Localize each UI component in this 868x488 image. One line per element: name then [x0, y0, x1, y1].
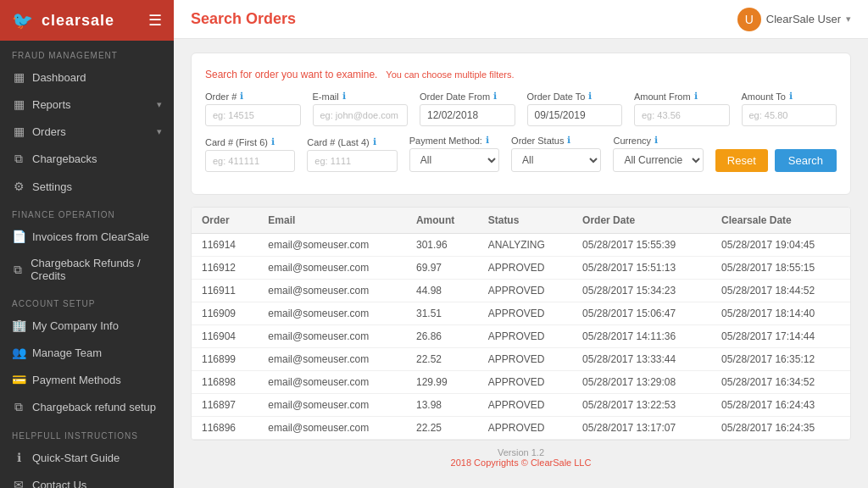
order-status-label: Order Status ℹ: [511, 135, 601, 146]
cell-email: email@someuser.com: [258, 257, 406, 280]
sidebar-item-chargeback-refunds[interactable]: ⧉ Chargeback Refunds / Credits: [0, 250, 174, 289]
table-row: 116904 email@someuser.com 26.86 APPROVED…: [192, 325, 850, 348]
payment-method-select[interactable]: All: [409, 148, 499, 172]
info-icon[interactable]: ℹ: [486, 135, 489, 146]
cell-email: email@someuser.com: [258, 325, 406, 348]
sidebar-item-invoices[interactable]: 📄 Invoices from ClearSale: [0, 223, 174, 250]
filter-date-from: Order Date From ℹ: [420, 91, 515, 126]
cell-order[interactable]: 116911: [192, 280, 258, 302]
filter-amount-to: Amount To ℹ: [742, 91, 837, 126]
chevron-down-icon: ▾: [157, 99, 162, 110]
amount-to-input[interactable]: [742, 104, 837, 126]
sidebar-item-reports[interactable]: ▦ Reports ▾: [0, 91, 174, 118]
cell-order-date: 05/28/2017 15:55:39: [572, 234, 711, 257]
card-last4-input[interactable]: [307, 150, 397, 172]
cell-status: APPROVED: [478, 257, 572, 280]
cell-status: APPROVED: [478, 348, 572, 371]
sidebar-item-label: Invoices from ClearSale: [32, 230, 149, 243]
user-menu[interactable]: U ClearSale User ▾: [737, 8, 851, 31]
cell-order[interactable]: 116912: [192, 257, 258, 280]
info-icon[interactable]: ℹ: [694, 91, 698, 102]
sidebar-item-orders[interactable]: ▦ Orders ▾: [0, 118, 174, 145]
info-icon[interactable]: ℹ: [588, 91, 592, 102]
cell-amount: 129.99: [406, 371, 478, 394]
cell-amount: 26.86: [406, 325, 478, 348]
cell-clearsale-date[interactable]: 05/28/2017 16:34:52: [711, 371, 850, 394]
sidebar-item-chargeback-setup[interactable]: ⧉ Chargeback refund setup: [0, 393, 174, 421]
cell-status: APPROVED: [478, 394, 572, 417]
cell-order[interactable]: 116896: [192, 417, 258, 440]
info-icon[interactable]: ℹ: [654, 135, 658, 146]
info-icon[interactable]: ℹ: [373, 136, 376, 147]
sidebar-item-label: Manage Team: [32, 347, 102, 359]
search-panel: Search for order you want to examine. Yo…: [191, 53, 851, 195]
table-row: 116914 email@someuser.com 301.96 ANALYZI…: [192, 234, 850, 257]
email-label: E-mail ℹ: [313, 91, 409, 102]
card-first6-label: Card # (First 6) ℹ: [205, 136, 295, 147]
col-amount: Amount: [406, 208, 478, 234]
topbar: Search Orders U ClearSale User ▾: [174, 0, 868, 39]
sidebar-item-label: Payment Methods: [32, 374, 121, 386]
cell-order[interactable]: 116898: [192, 371, 258, 394]
cell-clearsale-date[interactable]: 05/28/2017 19:04:45: [711, 234, 850, 257]
cell-clearsale-date[interactable]: 05/28/2017 17:14:44: [711, 325, 850, 348]
sidebar: 🐦 clearsale ☰ FRAUD MANAGEMENT ▦ Dashboa…: [0, 0, 174, 488]
cell-clearsale-date[interactable]: 05/28/2017 16:24:35: [711, 417, 850, 440]
search-button[interactable]: Search: [775, 149, 837, 172]
sidebar-item-manage-team[interactable]: 👥 Manage Team: [0, 339, 174, 366]
sidebar-item-company-info[interactable]: 🏢 My Company Info: [0, 312, 174, 339]
cell-order-date: 05/28/2017 14:11:36: [572, 325, 711, 348]
info-icon[interactable]: ℹ: [240, 91, 243, 102]
cell-order-date: 05/28/2017 15:51:13: [572, 257, 711, 280]
amount-from-input[interactable]: [634, 104, 730, 126]
chevron-down-icon: ▾: [157, 126, 162, 137]
cell-clearsale-date[interactable]: 05/28/2017 18:55:15: [711, 257, 850, 280]
reset-button[interactable]: Reset: [715, 149, 768, 172]
cell-email: email@someuser.com: [258, 371, 406, 394]
order-number-input[interactable]: [205, 104, 301, 126]
filter-email: E-mail ℹ: [313, 91, 409, 126]
table-row: 116912 email@someuser.com 69.97 APPROVED…: [192, 257, 850, 280]
sidebar-item-chargebacks[interactable]: ⧉ Chargebacks: [0, 145, 174, 173]
sidebar-item-dashboard[interactable]: ▦ Dashboard: [0, 64, 174, 91]
email-input[interactable]: [313, 104, 409, 126]
cell-order[interactable]: 116914: [192, 234, 258, 257]
table-header-row: Order Email Amount Status Order Date Cle…: [192, 208, 850, 234]
cell-clearsale-date[interactable]: 05/28/2017 18:44:52: [711, 280, 850, 302]
sidebar-item-quickstart[interactable]: ℹ Quick-Start Guide: [0, 444, 174, 471]
date-from-input[interactable]: [420, 104, 515, 126]
cell-amount: 22.25: [406, 417, 478, 440]
reports-icon: ▦: [12, 97, 25, 111]
filter-order-number: Order # ℹ: [205, 91, 301, 126]
order-status-select[interactable]: All: [511, 148, 601, 172]
sidebar-logo-text: clearsale: [42, 12, 114, 30]
date-to-input[interactable]: [527, 104, 623, 126]
team-icon: 👥: [12, 346, 25, 359]
cell-order[interactable]: 116904: [192, 325, 258, 348]
orders-icon: ▦: [12, 125, 25, 138]
cell-clearsale-date[interactable]: 05/28/2017 16:24:43: [711, 394, 850, 417]
info-icon[interactable]: ℹ: [567, 135, 570, 146]
card-first6-input[interactable]: [205, 150, 295, 172]
cell-clearsale-date[interactable]: 05/28/2017 16:35:12: [711, 348, 850, 371]
info-icon[interactable]: ℹ: [342, 91, 346, 102]
currency-select[interactable]: All Currencies: [613, 148, 703, 172]
sidebar-item-contact-us[interactable]: ✉ Contact Us: [0, 471, 174, 488]
sidebar-item-payment-methods[interactable]: 💳 Payment Methods: [0, 366, 174, 393]
sidebar-item-settings[interactable]: ⚙ Settings: [0, 173, 174, 200]
cell-amount: 69.97: [406, 257, 478, 280]
info-icon[interactable]: ℹ: [493, 91, 497, 102]
cell-order[interactable]: 116909: [192, 302, 258, 325]
cell-order-date: 05/28/2017 15:06:47: [572, 302, 711, 325]
settings-icon: ⚙: [12, 180, 25, 193]
cell-email: email@someuser.com: [258, 302, 406, 325]
info-icon[interactable]: ℹ: [271, 136, 275, 147]
cell-order[interactable]: 116897: [192, 394, 258, 417]
cell-status: APPROVED: [478, 371, 572, 394]
sidebar-item-label: Reports: [32, 98, 71, 111]
info-icon[interactable]: ℹ: [789, 91, 793, 102]
cell-clearsale-date[interactable]: 05/28/2017 18:14:40: [711, 302, 850, 325]
cell-order[interactable]: 116899: [192, 348, 258, 371]
sidebar-header: 🐦 clearsale ☰: [0, 0, 174, 41]
hamburger-menu-icon[interactable]: ☰: [148, 11, 162, 30]
